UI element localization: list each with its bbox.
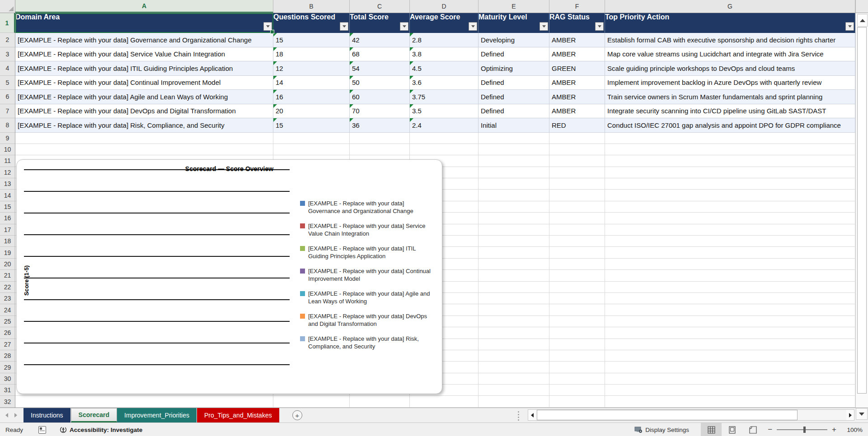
cell-e25[interactable] bbox=[479, 316, 549, 327]
row-header-18[interactable]: 18 bbox=[0, 236, 15, 247]
cell-e7[interactable]: Defined bbox=[479, 104, 549, 119]
row-header-1[interactable]: 1 bbox=[0, 13, 15, 33]
cell-f15[interactable] bbox=[549, 201, 605, 213]
cell-c7[interactable]: 70 bbox=[350, 104, 410, 119]
row-header-6[interactable]: 6 bbox=[0, 90, 15, 104]
cell-f25[interactable] bbox=[549, 316, 605, 327]
row-header-3[interactable]: 3 bbox=[0, 47, 15, 62]
cell-b7[interactable]: 20 bbox=[273, 104, 350, 119]
row-header-26[interactable]: 26 bbox=[0, 327, 15, 339]
cell-e13[interactable] bbox=[479, 178, 549, 190]
cell-f8[interactable]: RED bbox=[549, 118, 605, 133]
cell-g7[interactable]: Integrate security scanning into CI/CD p… bbox=[605, 104, 855, 119]
filter-dropdown-button[interactable] bbox=[540, 22, 548, 31]
zoom-slider-thumb[interactable] bbox=[803, 427, 806, 433]
cell-g29[interactable] bbox=[605, 362, 855, 373]
tab-scroll-left-icon[interactable] bbox=[5, 413, 8, 417]
zoom-out-button[interactable]: − bbox=[763, 425, 777, 434]
page-layout-view-button[interactable] bbox=[722, 423, 742, 436]
row-header-13[interactable]: 13 bbox=[0, 178, 15, 190]
row-header-15[interactable]: 15 bbox=[0, 201, 15, 213]
filter-dropdown-button[interactable] bbox=[469, 22, 477, 31]
cell-e9[interactable] bbox=[479, 133, 549, 144]
cell-f12[interactable] bbox=[549, 167, 605, 178]
vertical-scrollbar-thumb[interactable] bbox=[857, 27, 867, 394]
cell-e6[interactable]: Defined bbox=[479, 90, 549, 104]
cell-e15[interactable] bbox=[479, 201, 549, 213]
cell-f9[interactable] bbox=[549, 133, 605, 144]
cell-g27[interactable] bbox=[605, 339, 855, 350]
cell-g8[interactable]: Conduct ISO/IEC 27001 gap analysis and a… bbox=[605, 118, 855, 133]
cell-b6[interactable]: 16 bbox=[273, 90, 350, 104]
header-cell-rag-status[interactable]: RAG Status bbox=[549, 13, 605, 33]
cell-c6[interactable]: 60 bbox=[350, 90, 410, 104]
row-header-28[interactable]: 28 bbox=[0, 350, 15, 362]
cell-a2[interactable]: [EXAMPLE - Replace with your data] Gover… bbox=[15, 33, 273, 47]
cell-e22[interactable] bbox=[479, 282, 549, 293]
cell-f32[interactable] bbox=[549, 396, 605, 407]
cell-g22[interactable] bbox=[605, 282, 855, 293]
page-break-preview-button[interactable] bbox=[742, 423, 763, 436]
scroll-right-button[interactable] bbox=[846, 410, 854, 420]
row-header-23[interactable]: 23 bbox=[0, 293, 15, 304]
cell-a5[interactable]: [EXAMPLE - Replace with your data] Conti… bbox=[15, 76, 273, 90]
cell-b9[interactable] bbox=[273, 133, 350, 144]
cell-c10[interactable] bbox=[350, 144, 410, 155]
cell-a8[interactable]: [EXAMPLE - Replace with your data] Risk,… bbox=[15, 118, 273, 133]
cell-b10[interactable] bbox=[273, 144, 350, 155]
cell-g9[interactable] bbox=[605, 133, 855, 144]
filter-dropdown-button[interactable] bbox=[340, 22, 348, 31]
row-header-11[interactable]: 11 bbox=[0, 155, 15, 167]
cell-e11[interactable] bbox=[479, 155, 549, 167]
cell-f26[interactable] bbox=[549, 327, 605, 339]
column-header-e[interactable]: E bbox=[479, 0, 549, 13]
cell-b3[interactable]: 18 bbox=[273, 47, 350, 62]
cell-d32[interactable] bbox=[410, 396, 479, 407]
cell-f28[interactable] bbox=[549, 350, 605, 362]
cell-f20[interactable] bbox=[549, 259, 605, 270]
cell-b32[interactable] bbox=[273, 396, 350, 407]
cell-d5[interactable]: 3.6 bbox=[410, 76, 479, 90]
cell-g24[interactable] bbox=[605, 304, 855, 315]
cell-a9[interactable] bbox=[15, 133, 273, 144]
zoom-slider[interactable] bbox=[777, 427, 827, 433]
cell-g25[interactable] bbox=[605, 316, 855, 327]
row-header-29[interactable]: 29 bbox=[0, 362, 15, 373]
cell-g4[interactable]: Scale guiding principle workshops to Dev… bbox=[605, 61, 855, 76]
row-header-4[interactable]: 4 bbox=[0, 61, 15, 76]
cell-e8[interactable]: Initial bbox=[479, 118, 549, 133]
cell-f4[interactable]: GREEN bbox=[549, 61, 605, 76]
zoom-level[interactable]: 100% bbox=[841, 427, 863, 433]
cell-c8[interactable]: 36 bbox=[350, 118, 410, 133]
cell-f27[interactable] bbox=[549, 339, 605, 350]
row-header-21[interactable]: 21 bbox=[0, 270, 15, 281]
cell-e27[interactable] bbox=[479, 339, 549, 350]
cell-f13[interactable] bbox=[549, 178, 605, 190]
normal-view-button[interactable] bbox=[701, 423, 722, 436]
filter-dropdown-button[interactable] bbox=[263, 22, 272, 31]
cell-e23[interactable] bbox=[479, 293, 549, 304]
row-header-20[interactable]: 20 bbox=[0, 259, 15, 270]
row-header-7[interactable]: 7 bbox=[0, 104, 15, 119]
cell-f2[interactable]: AMBER bbox=[549, 33, 605, 47]
scroll-down-button[interactable] bbox=[856, 408, 868, 420]
cell-e26[interactable] bbox=[479, 327, 549, 339]
cell-e16[interactable] bbox=[479, 213, 549, 224]
header-cell-average-score[interactable]: Average Score bbox=[410, 13, 479, 33]
cell-g13[interactable] bbox=[605, 178, 855, 190]
scroll-left-button[interactable] bbox=[528, 410, 536, 420]
cell-e14[interactable] bbox=[479, 190, 549, 201]
cell-c2[interactable]: 42 bbox=[350, 33, 410, 47]
cell-g20[interactable] bbox=[605, 259, 855, 270]
display-settings-button[interactable]: Display Settings bbox=[634, 426, 689, 433]
cell-c4[interactable]: 54 bbox=[350, 61, 410, 76]
cell-f21[interactable] bbox=[549, 270, 605, 281]
cell-e5[interactable]: Defined bbox=[479, 76, 549, 90]
new-sheet-button[interactable]: + bbox=[292, 410, 302, 420]
cell-g2[interactable]: Establish formal CAB with executive spon… bbox=[605, 33, 855, 47]
row-header-25[interactable]: 25 bbox=[0, 316, 15, 327]
sheet-tab-improvement-priorities[interactable]: Improvement_Priorities bbox=[117, 408, 197, 422]
row-header-14[interactable]: 14 bbox=[0, 190, 15, 201]
cell-g14[interactable] bbox=[605, 190, 855, 201]
zoom-in-button[interactable]: + bbox=[827, 425, 841, 434]
